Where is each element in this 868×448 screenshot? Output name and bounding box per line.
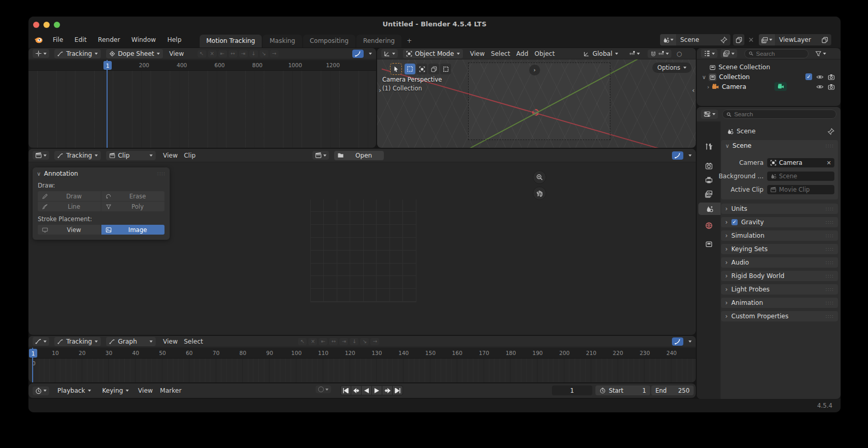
tab-masking[interactable]: Masking — [263, 35, 302, 48]
dope-sheet-mode-dropdown[interactable]: Tracking — [54, 49, 101, 58]
tab-tool-properties[interactable] — [697, 140, 721, 152]
properties-panel[interactable]: Simulation — [721, 230, 838, 241]
pin-icon[interactable] — [721, 37, 727, 43]
annotation-erase-button[interactable]: Erase — [101, 191, 164, 201]
properties-search[interactable] — [722, 110, 836, 119]
tab-world-properties[interactable] — [697, 219, 721, 231]
panel-drag-dots[interactable] — [826, 143, 834, 148]
dope-sheet-context-dropdown[interactable]: Dope Sheet — [106, 49, 163, 58]
tab-motion-tracking[interactable]: Motion Tracking — [200, 35, 262, 48]
panel-drag-dots[interactable] — [157, 171, 166, 176]
topbar-menu[interactable]: Edit — [70, 35, 91, 45]
graph-view-dropdown[interactable]: Graph — [106, 337, 156, 346]
play-button[interactable] — [372, 386, 382, 395]
timeline-view-menu[interactable]: View — [137, 386, 154, 395]
camera-data-icon[interactable] — [774, 82, 787, 91]
annotate-tool-button[interactable] — [440, 64, 451, 74]
copy-icon[interactable] — [821, 37, 828, 43]
viewport-menu[interactable]: Object — [532, 49, 557, 58]
tab-scene-properties[interactable] — [698, 203, 721, 215]
graph-editor-type-button[interactable] — [33, 337, 49, 346]
collection-checkbox[interactable]: ✓ — [805, 73, 812, 80]
graph-editor-menu[interactable]: View — [161, 337, 179, 346]
current-frame-indicator[interactable]: 1 — [29, 349, 37, 358]
prev-keyframe-button[interactable] — [351, 386, 361, 395]
frame-start-field[interactable]: Start 1 — [595, 385, 650, 395]
playhead[interactable] — [107, 60, 108, 148]
topbar-menu[interactable]: Window — [127, 35, 160, 45]
properties-panel[interactable]: Rigid Body World — [721, 271, 838, 281]
graph-canvas[interactable] — [28, 359, 696, 382]
collection-render-camera-icon[interactable] — [828, 73, 835, 81]
viewport-editor-type-button[interactable] — [381, 49, 398, 58]
panel-drag-dots[interactable] — [826, 246, 834, 252]
snap-toggle[interactable] — [648, 50, 671, 58]
outliner-display-mode-button[interactable] — [721, 49, 737, 58]
viewport-menu[interactable]: Select — [489, 49, 512, 58]
dope-sheet-editor-type-button[interactable] — [33, 49, 49, 58]
viewlayer-browse-button[interactable] — [759, 34, 775, 45]
annotation-draw-button[interactable]: Draw — [38, 191, 101, 201]
viewport-menu[interactable]: View — [468, 49, 487, 58]
toolbar-expand-button[interactable]: › — [529, 65, 540, 75]
topbar-menu[interactable]: Render — [93, 35, 125, 45]
pivot-dropdown[interactable] — [626, 50, 642, 58]
move-tool-button[interactable] — [428, 64, 439, 74]
outliner-row-scene-collection[interactable]: Scene Collection — [709, 63, 770, 72]
cursor-tool-button[interactable] — [416, 64, 427, 74]
panel-drag-dots[interactable] — [826, 220, 834, 225]
panel-drag-dots[interactable] — [826, 233, 834, 238]
panel-drag-dots[interactable] — [826, 260, 834, 265]
orientation-dropdown[interactable]: Global — [580, 49, 621, 58]
clip-placeholder-grid[interactable] — [310, 199, 416, 302]
panel-drag-dots[interactable] — [826, 314, 834, 319]
graph-ruler[interactable]: 1020304050607080901001101201301401501601… — [28, 348, 696, 359]
scene-selector[interactable]: Scene — [660, 34, 730, 45]
properties-panel[interactable]: Keying Sets — [721, 244, 838, 254]
properties-panel[interactable]: Animation — [721, 298, 838, 308]
annotation-panel-header[interactable]: ∨Annotation — [33, 167, 170, 180]
next-keyframe-button[interactable] — [382, 386, 392, 395]
clip-tool-dropdown[interactable] — [689, 155, 692, 157]
clip-view-dropdown[interactable]: Clip — [106, 151, 156, 160]
collection-hide-eye-icon[interactable] — [816, 73, 824, 81]
pan-hand-button[interactable] — [533, 187, 546, 200]
dope-sheet-ruler[interactable]: 20040060080010001200 — [28, 60, 376, 71]
tab-compositing[interactable]: Compositing — [303, 35, 355, 48]
options-dropdown[interactable]: Options — [652, 63, 692, 73]
viewport-menu[interactable]: Add — [514, 49, 530, 58]
properties-panel[interactable]: Custom Properties — [721, 311, 838, 321]
expand-chevron-icon[interactable]: › — [707, 84, 709, 90]
annotation-line-button[interactable]: Line — [38, 202, 101, 211]
clip-editor-menu[interactable]: Clip — [182, 151, 198, 160]
panel-drag-dots[interactable] — [826, 287, 834, 292]
mode-dropdown[interactable]: Object Mode — [403, 49, 463, 58]
outliner-filter-button[interactable] — [813, 50, 829, 58]
background-scene-field[interactable]: Scene — [767, 172, 834, 181]
jump-to-start-button[interactable] — [341, 386, 351, 395]
scene-name[interactable]: Scene — [676, 36, 721, 43]
play-reverse-button[interactable] — [362, 386, 371, 395]
properties-panel[interactable]: Light Probes — [721, 284, 838, 295]
panel-drag-dots[interactable] — [826, 300, 834, 305]
frame-end-field[interactable]: End 250 — [651, 385, 694, 395]
new-scene-button[interactable] — [733, 34, 744, 45]
stroke-placement-image-button[interactable]: Image — [101, 225, 164, 235]
outliner-editor-type-button[interactable] — [701, 49, 717, 58]
select-box-tool-button[interactable] — [405, 64, 415, 74]
dope-sheet-canvas[interactable] — [28, 71, 376, 148]
clip-editor-type-button[interactable] — [33, 151, 49, 160]
dope-sheet-tool-dropdown[interactable] — [369, 53, 372, 55]
outliner-search-input[interactable] — [756, 51, 804, 57]
tab-rendering[interactable]: Rendering — [356, 35, 401, 48]
viewlayer-selector[interactable]: ViewLayer — [759, 34, 831, 45]
graph-active-tool-button[interactable] — [672, 337, 683, 346]
properties-search-input[interactable] — [734, 111, 832, 117]
graph-tool-dropdown[interactable] — [689, 341, 692, 343]
outliner-search[interactable] — [744, 49, 809, 58]
select-tool-button[interactable] — [391, 64, 401, 74]
outliner-row-camera[interactable]: › Camera — [707, 82, 746, 91]
current-frame-indicator[interactable]: 1 — [103, 61, 112, 70]
scene-browse-button[interactable] — [660, 34, 676, 45]
dope-sheet-active-tool-button[interactable] — [352, 50, 364, 58]
